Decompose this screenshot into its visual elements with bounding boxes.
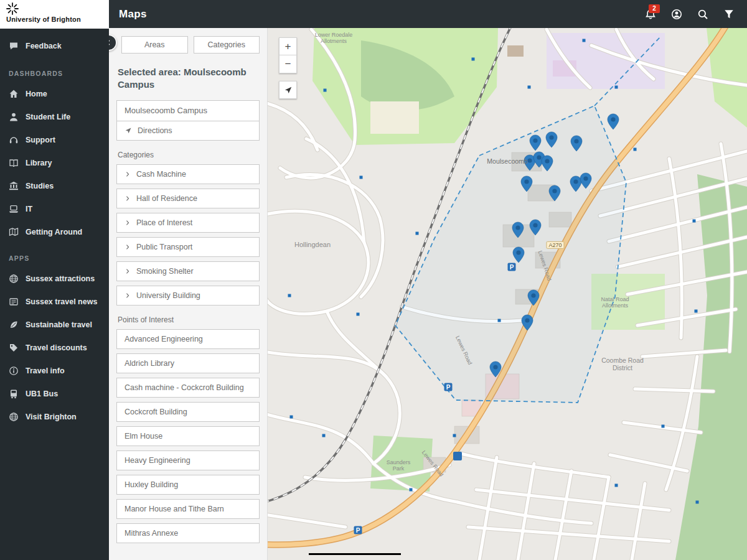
poi-item[interactable]: Manor House and Tithe Barn <box>116 499 260 519</box>
poi-item[interactable]: Heavy Engineering <box>116 450 260 470</box>
poi-label: Points of Interest <box>118 315 258 324</box>
category-item[interactable]: University Building <box>116 286 260 306</box>
poi-item[interactable]: Cockcroft Building <box>116 402 260 422</box>
category-list: Cash MachineHall of ResidencePlace of In… <box>116 164 260 306</box>
sidebar-item-travel-info[interactable]: Travel info <box>0 359 109 382</box>
sidebar-item-sussex-attractions[interactable]: Sussex attractions <box>0 267 109 290</box>
sidebar-item-library[interactable]: Library <box>0 151 109 174</box>
headset-icon <box>9 135 19 145</box>
sidebar-item-sustainable-travel[interactable]: Sustainable travel <box>0 313 109 336</box>
transit-stop-dot <box>416 232 419 235</box>
transit-stop-dot <box>324 89 327 92</box>
zoom-in-button[interactable]: + <box>279 37 297 55</box>
svg-text:P: P <box>356 527 360 534</box>
parking-icon: P <box>444 383 453 391</box>
sidebar-item-label: Sussex travel news <box>26 297 97 306</box>
locate-button[interactable] <box>279 81 297 99</box>
sidebar-item-label: Visit Brighton <box>26 413 77 421</box>
poi-item[interactable]: Mithras Annexe <box>116 523 260 543</box>
sidebar-item-student-life[interactable]: Student Life <box>0 105 109 128</box>
selected-area-heading: Selected area: Moulsecoomb Campus <box>118 66 258 91</box>
notification-badge: 2 <box>649 4 660 13</box>
poi-item[interactable]: Elm House <box>116 426 260 446</box>
directions-button[interactable]: Directions <box>116 121 260 141</box>
notifications-button[interactable]: 2 <box>640 4 661 25</box>
locate-arrow-icon <box>284 86 293 95</box>
category-item[interactable]: Place of Interest <box>116 213 260 233</box>
main-area: Maps 2 <box>109 0 747 560</box>
transit-stop-dot <box>453 434 456 437</box>
sidebar-item-getting-around[interactable]: Getting Around <box>0 220 109 243</box>
poi-item[interactable]: Cash machine - Cockcroft Building <box>116 378 260 398</box>
app-window: University of Brighton Feedback DASHBOAR… <box>0 0 747 560</box>
transit-stop-dot <box>288 294 291 297</box>
poi-item[interactable]: Advanced Engineering <box>116 329 260 349</box>
map-canvas[interactable]: PPP Lower Roedale AllotmentsHollingdeanM… <box>268 28 747 560</box>
transit-stop-dot <box>634 148 637 151</box>
transit-stop-dot <box>583 39 586 42</box>
sidebar-item-visit-brighton[interactable]: Visit Brighton <box>0 405 109 428</box>
category-item[interactable]: Smoking Shelter <box>116 261 260 281</box>
sidebar-section-label: DASHBOARDS <box>0 58 109 82</box>
search-button[interactable] <box>692 4 713 25</box>
poi-item[interactable]: Aldrich Library <box>116 353 260 373</box>
poi-list: Advanced EngineeringAldrich LibraryCash … <box>116 329 260 543</box>
topbar: Maps 2 <box>109 0 747 28</box>
tab-areas[interactable]: Areas <box>121 36 188 54</box>
sidebar-item-label: Library <box>26 159 52 167</box>
category-label: Cash Machine <box>136 170 186 179</box>
home-icon <box>9 89 19 99</box>
transit-stop-dot <box>696 501 699 504</box>
sidebar-item-label: UB1 Bus <box>26 390 58 398</box>
panel-tabs: AreasCategories <box>121 36 260 54</box>
sidebar-item-label: Student Life <box>26 113 70 121</box>
chevron-right-icon <box>125 171 131 177</box>
sidebar-item-label: Home <box>26 90 47 98</box>
parking-icon: P <box>508 263 516 271</box>
poi-item[interactable]: Huxley Building <box>116 475 260 495</box>
category-label: University Building <box>136 291 200 300</box>
category-item[interactable]: Cash Machine <box>116 164 260 184</box>
sidebar-section-label: APPS <box>0 243 109 267</box>
sidebar-item-ub1-bus[interactable]: UB1 Bus <box>0 382 109 405</box>
sidebar-item-feedback[interactable]: Feedback <box>0 34 109 58</box>
category-item[interactable]: Public Transport <box>116 237 260 257</box>
category-item[interactable]: Hall of Residence <box>116 189 260 208</box>
filter-icon <box>723 9 735 20</box>
sidebar-item-label: Support <box>26 136 55 144</box>
sidebar-item-it[interactable]: IT <box>0 197 109 220</box>
category-label: Smoking Shelter <box>136 267 194 276</box>
transit-stop-dot <box>360 176 363 179</box>
panel-collapse-button[interactable] <box>109 34 117 51</box>
selected-area-field[interactable]: Moulsecoomb Campus <box>116 100 260 121</box>
transit-stop-dot <box>322 434 326 437</box>
poi-label: Mithras Annexe <box>125 529 178 538</box>
sidebar-item-support[interactable]: Support <box>0 128 109 151</box>
directions-icon <box>125 127 132 134</box>
parking-icon: P <box>354 526 362 534</box>
person-icon <box>9 112 19 122</box>
laptop-icon <box>9 204 19 214</box>
transit-stop-dot <box>693 220 696 223</box>
category-label: Place of Interest <box>136 218 192 227</box>
poi-label: Elm House <box>125 432 162 441</box>
filter-button[interactable] <box>718 4 740 25</box>
map-side-panel: AreasCategories Selected area: Moulsecoo… <box>109 28 268 560</box>
sidebar-item-label: Studies <box>26 182 54 190</box>
sidebar-item-home[interactable]: Home <box>0 82 109 105</box>
chat-icon <box>9 41 19 51</box>
tab-categories[interactable]: Categories <box>194 36 260 54</box>
sidebar-item-studies[interactable]: Studies <box>0 174 109 197</box>
sidebar-item-travel-discounts[interactable]: Travel discounts <box>0 336 109 359</box>
zoom-out-button[interactable]: − <box>279 55 297 73</box>
svg-text:P: P <box>446 384 451 391</box>
transit-stop-dot <box>410 488 413 492</box>
chevron-right-icon <box>125 268 131 274</box>
globe-icon <box>9 412 19 422</box>
brand-logo: University of Brighton <box>0 0 109 29</box>
sidebar-item-label: Getting Around <box>26 228 82 236</box>
chevron-left-icon <box>109 39 112 47</box>
account-button[interactable] <box>666 4 687 25</box>
map-controls: + − <box>279 37 297 99</box>
sidebar-item-sussex-travel-news[interactable]: Sussex travel news <box>0 290 109 313</box>
